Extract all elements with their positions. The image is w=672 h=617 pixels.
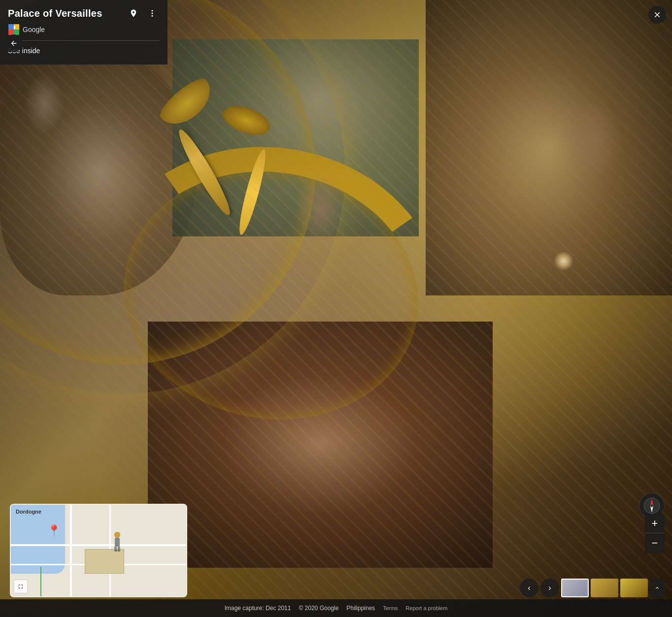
svg-rect-11 [115, 538, 120, 547]
compass-inner [643, 497, 661, 515]
close-button[interactable] [648, 6, 666, 24]
photo-strip-expand-button[interactable] [650, 579, 665, 597]
mini-map-background: Dordogne 📍 [11, 505, 186, 596]
photo-strip-next-button[interactable]: › [540, 579, 559, 597]
close-icon [653, 10, 662, 19]
report-problem-link[interactable]: Report a problem [405, 605, 447, 611]
svg-point-0 [152, 10, 153, 11]
map-location-label: Dordogne [16, 509, 41, 515]
svg-point-2 [152, 15, 153, 17]
more-options-icon [148, 9, 157, 18]
place-info-panel: Palace of Versailles Goo [0, 0, 168, 65]
gmaps-logo [8, 24, 19, 35]
photo-strip-prev-button[interactable]: ‹ [520, 579, 538, 597]
zoom-controls: + − [645, 514, 665, 553]
location-text: Philippines [346, 605, 375, 612]
photo-thumb-1[interactable] [561, 579, 589, 597]
svg-rect-4 [8, 24, 14, 30]
map-road-vertical-1 [70, 505, 72, 596]
photo-thumb-2[interactable] [591, 579, 618, 597]
svg-point-14 [114, 532, 120, 538]
compass-svg [643, 497, 661, 515]
copyright-text: © 2020 Google [299, 605, 338, 612]
mini-map[interactable]: Dordogne 📍 [10, 504, 187, 597]
pegman-icon [112, 532, 123, 552]
image-capture-text: Image capture: Dec 2011 [225, 605, 291, 612]
zoom-out-button[interactable]: − [645, 533, 665, 553]
svg-point-1 [152, 13, 153, 14]
svg-point-15 [114, 550, 120, 552]
photo-strip: ‹ › [520, 579, 665, 597]
bottom-bar: Image capture: Dec 2011 © 2020 Google Ph… [0, 599, 672, 617]
expand-icon [17, 583, 24, 590]
google-maps-icon [8, 24, 20, 35]
location-pin-button[interactable] [126, 6, 141, 21]
map-street-view-person [112, 532, 123, 553]
divider [8, 40, 160, 41]
map-location-pin: 📍 [47, 524, 61, 537]
terms-link[interactable]: Terms [383, 605, 398, 611]
place-title: Palace of Versailles [8, 8, 102, 19]
map-expand-button[interactable] [14, 580, 28, 593]
zoom-in-button[interactable]: + [645, 514, 665, 533]
chevron-up-icon [654, 585, 660, 591]
google-brand: Google [8, 24, 160, 35]
header-action-icons [126, 6, 160, 21]
back-arrow-icon [10, 39, 18, 47]
back-button[interactable] [5, 34, 23, 52]
map-water-area [11, 505, 65, 574]
photo-thumb-3[interactable] [620, 579, 648, 597]
options-button[interactable] [145, 6, 160, 21]
info-panel-header: Palace of Versailles [8, 6, 160, 21]
pin-icon [129, 9, 138, 18]
map-route-line [40, 567, 41, 596]
google-label: Google [23, 26, 45, 33]
map-road-horizontal-1 [11, 544, 186, 546]
